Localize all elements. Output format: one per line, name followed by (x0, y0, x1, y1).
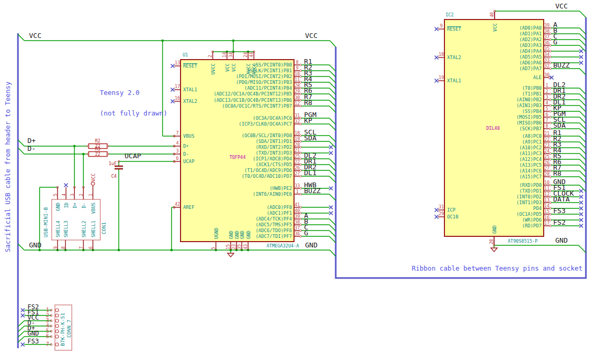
pin-number: 34 (544, 52, 549, 57)
pin-number: 32 (544, 63, 549, 69)
bus-entry (18, 321, 24, 327)
pin-number: 13 (544, 197, 549, 203)
pin-number: 15 (225, 244, 231, 250)
pin-number: 17 (175, 84, 180, 89)
pin-name: (A10)PC2 (519, 145, 542, 150)
pin-name: (ICP1/ADC8)PD4 (253, 156, 292, 161)
pin-name: (PDO/MISO/PCINT3)PB3 (236, 80, 292, 85)
wire (330, 250, 336, 256)
ic-ref: IC2 (446, 12, 453, 17)
pin-number: 28 (544, 171, 549, 177)
pin-number: 19 (295, 136, 300, 141)
pin-number: 23 (231, 244, 236, 250)
pin-number: 9 (296, 65, 298, 71)
pin-number: 6 (545, 112, 548, 117)
pin-end-icon (300, 152, 302, 154)
pin-number: 16 (544, 215, 549, 220)
pin-end-icon (549, 39, 552, 41)
pin-end-icon (549, 116, 552, 118)
pin-number: 40 (489, 12, 495, 17)
pin-name: (AD4)PA4 (519, 49, 542, 54)
pin-name: (A14)PC6 (519, 168, 542, 174)
net-label: R8 (553, 169, 562, 177)
pin-number: 26 (295, 165, 300, 170)
bus-entry (580, 142, 586, 148)
bus-entry (580, 154, 586, 160)
pin-number: 7 (46, 341, 49, 347)
bus-entry (580, 165, 586, 171)
net-label: GND (29, 241, 42, 249)
pin-number: 6 (88, 246, 93, 249)
pin-name: (OC3A/OC4A)PC6 (253, 116, 292, 121)
net-label: D+ (27, 137, 36, 145)
pin-name: (MISO)PB6 (516, 120, 542, 126)
pin-name: (INT0)PD2 (516, 194, 542, 199)
ic-part: ATMEGA32U4-A (267, 243, 299, 248)
schematic-page: VCCVCCGNDGNDD+D-UCAPVCCGNDU1TQFP44ATMEGA… (0, 0, 597, 364)
net-label: D- (27, 145, 36, 152)
pin-name: (RD)PD7 (522, 223, 542, 228)
pin-end-icon (300, 169, 302, 171)
pin-end-icon (300, 187, 302, 189)
pin-number: 19 (439, 75, 444, 80)
pin-end-icon (549, 225, 552, 227)
net-label: BUZZ (553, 61, 570, 69)
pin-number: 25 (544, 154, 549, 159)
wire (580, 11, 586, 17)
pin-number: 44 (249, 52, 254, 58)
pin-number: 3 (70, 194, 75, 196)
net-label: VCC (305, 32, 317, 40)
pin-name: (OC0B/SCL/INT0)PD0 (242, 133, 292, 138)
junction-dot (162, 40, 164, 42)
wire (579, 245, 586, 253)
pin-number: 4 (176, 140, 178, 146)
bus-entry (329, 94, 336, 100)
net-label: G (553, 38, 557, 46)
pin-name: (A8)PC0 (522, 133, 542, 139)
pin-name: VCC (225, 63, 230, 72)
net-label: GND (27, 330, 39, 337)
pin-name: D+ (72, 203, 78, 208)
pin-name: (ICP3/CLK0/OC4A)PC7 (239, 121, 292, 127)
pin-name: (ADC13/OC1B/OC4B/PCINT13)PB6 (214, 98, 292, 103)
bus-entry (329, 219, 336, 225)
pin-number: 2 (545, 89, 548, 94)
pin-number: 12 (544, 191, 549, 197)
bus-entry (580, 106, 586, 112)
pin-name: (PDI/MOSI/PCINT2)PB2 (236, 74, 292, 79)
pin-number: 28 (295, 83, 300, 88)
pin-end-icon (300, 224, 302, 226)
pin-end-icon (549, 56, 552, 58)
pin-end-icon (549, 141, 552, 143)
pin-end-icon (549, 170, 552, 172)
pin-number: 17 (544, 221, 549, 226)
pin-number: 30 (295, 95, 300, 100)
net-label: VCC (555, 2, 567, 10)
pin-end-icon (549, 152, 552, 155)
pin-number: 5 (211, 247, 216, 250)
pin-name: GND (240, 231, 245, 239)
bus-entry (329, 82, 336, 89)
bus-entry (580, 129, 586, 135)
pin-number: 7 (79, 246, 84, 249)
pin-name: (ADC4/TCK)PF4 (255, 216, 292, 222)
pin-name: UGND (214, 228, 219, 239)
bus-entry (18, 337, 24, 342)
pin-name: XTAL1 (183, 87, 197, 92)
bus-entry (580, 117, 586, 123)
pin-name: (AD2)PA2 (519, 37, 542, 42)
wire (18, 148, 24, 154)
bus-entry (580, 34, 586, 40)
pin-number: 29 (295, 89, 300, 94)
pin-number: 33 (544, 58, 549, 63)
pin-name: (INT6/AIN0)PE6 (253, 191, 292, 197)
pin-end-icon (549, 164, 552, 166)
pin-end-icon (549, 44, 552, 46)
pad-circle-icon (55, 335, 59, 338)
pin-name: ICP (447, 207, 456, 213)
pin-number: 29 (439, 211, 444, 216)
pin-number: 38 (295, 219, 300, 225)
pin-number: 39 (544, 23, 549, 28)
pin-name: (ADC5/TMS)PF5 (255, 222, 292, 227)
pin-name: (HWB)PE2 (270, 186, 292, 191)
